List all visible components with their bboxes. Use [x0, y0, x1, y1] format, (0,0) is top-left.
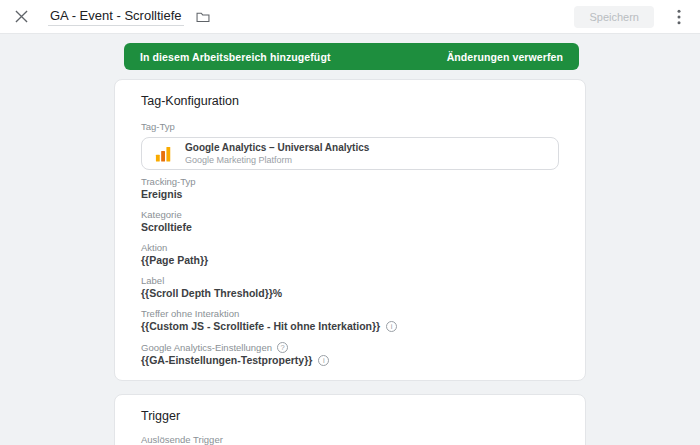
field-label-text: Google Analytics-Einstellungen [141, 343, 272, 353]
main-content: In diesem Arbeitsbereich hinzugefügt Änd… [114, 34, 586, 445]
workspace-banner-message: In diesem Arbeitsbereich hinzugefügt [140, 51, 331, 63]
more-menu-icon[interactable] [670, 6, 688, 28]
tag-configuration-title: Tag-Konfiguration [141, 94, 559, 109]
field-ga-einstellungen: Google Analytics-Einstellungen ? {{GA-Ei… [141, 342, 559, 366]
field-label: Google Analytics-Einstellungen ? [141, 342, 559, 353]
field-treffer-ohne-interaktion: Treffer ohne Interaktion {{Custom JS - S… [141, 309, 559, 332]
tag-type-name: Google Analytics – Universal Analytics [185, 142, 369, 153]
tag-type-label: Tag-Typ [141, 122, 559, 132]
tag-type-text: Google Analytics – Universal Analytics G… [185, 142, 369, 165]
field-label: Label [141, 276, 559, 286]
discard-changes-link[interactable]: Änderungen verwerfen [447, 51, 563, 63]
field-tracking-typ: Tracking-Typ Ereignis [141, 177, 559, 200]
field-label: Tracking-Typ [141, 177, 559, 187]
workspace-banner: In diesem Arbeitsbereich hinzugefügt Änd… [124, 43, 579, 70]
tag-type-box[interactable]: Google Analytics – Universal Analytics G… [141, 137, 559, 170]
field-label: Aktion [141, 243, 559, 253]
field-label: Kategorie [141, 210, 559, 220]
field-value-text: {{GA-Einstellungen-Testproperty}} [141, 355, 312, 366]
trigger-card-title: Trigger [141, 409, 559, 424]
field-value-text: {{Custom JS - Scrolltiefe - Hit ohne Int… [141, 321, 380, 332]
save-button[interactable]: Speichern [574, 6, 654, 28]
tag-configuration-card[interactable]: Tag-Konfiguration Tag-Typ Google Analyti… [114, 79, 586, 381]
field-label: Treffer ohne Interaktion [141, 309, 559, 319]
field-label-event: Label {{Scroll Depth Threshold}}% [141, 276, 559, 299]
close-icon[interactable] [10, 6, 32, 28]
tag-type-platform: Google Marketing Platform [185, 155, 369, 165]
field-kategorie: Kategorie Scrolltiefe [141, 210, 559, 233]
field-value: Ereignis [141, 189, 559, 200]
help-icon[interactable]: ? [277, 342, 288, 353]
info-icon[interactable]: i [386, 321, 397, 332]
field-value: {{Scroll Depth Threshold}}% [141, 288, 559, 299]
info-icon[interactable]: i [318, 355, 329, 366]
field-value: {{GA-Einstellungen-Testproperty}} i [141, 355, 559, 366]
trigger-card[interactable]: Trigger Auslösende Trigger Scrolltiefe T… [114, 394, 586, 445]
field-value: Scrolltiefe [141, 222, 559, 233]
folder-icon[interactable] [193, 7, 213, 27]
field-value: {{Custom JS - Scrolltiefe - Hit ohne Int… [141, 321, 559, 332]
field-value: {{Page Path}} [141, 255, 559, 266]
analytics-bars-icon [153, 144, 173, 164]
header-bar: GA - Event - Scrolltiefe Speichern [0, 0, 700, 34]
firing-triggers-label: Auslösende Trigger [141, 435, 559, 445]
tag-name-field[interactable]: GA - Event - Scrolltiefe [48, 7, 184, 26]
field-aktion: Aktion {{Page Path}} [141, 243, 559, 266]
